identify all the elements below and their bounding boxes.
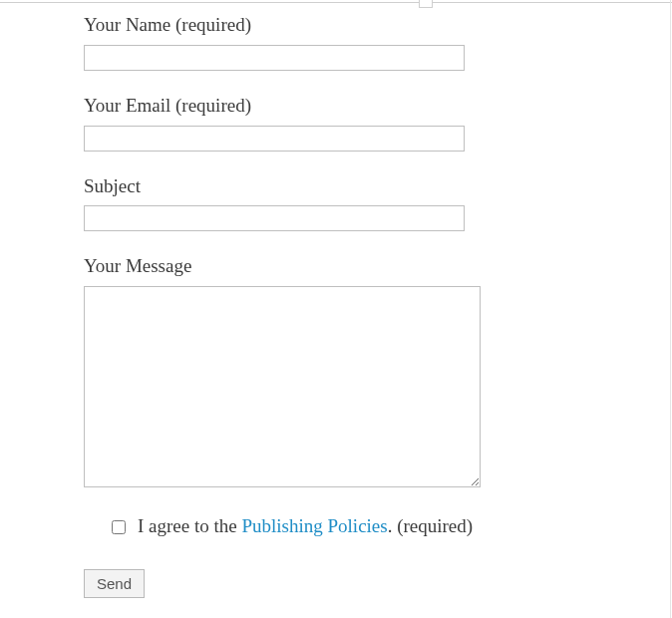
publishing-policies-link[interactable]: Publishing Policies xyxy=(241,515,387,536)
email-label: Your Email (required) xyxy=(84,95,672,118)
send-button[interactable]: Send xyxy=(84,569,145,598)
field-subject: Subject xyxy=(84,175,672,232)
message-input[interactable] xyxy=(84,286,481,487)
field-email: Your Email (required) xyxy=(84,95,672,152)
contact-form: Your Name (required) Your Email (require… xyxy=(0,0,672,598)
name-input[interactable] xyxy=(84,45,465,71)
top-notch xyxy=(419,0,433,8)
agree-text: I agree to the Publishing Policies. (req… xyxy=(138,515,473,537)
agree-suffix: . (required) xyxy=(388,515,473,536)
agree-row: I agree to the Publishing Policies. (req… xyxy=(112,515,672,537)
subject-label: Subject xyxy=(84,175,672,198)
submit-row: Send xyxy=(84,569,672,598)
field-name: Your Name (required) xyxy=(84,14,672,71)
email-input[interactable] xyxy=(84,126,465,152)
top-divider xyxy=(0,2,672,3)
agree-checkbox[interactable] xyxy=(112,520,126,534)
agree-prefix: I agree to the xyxy=(138,515,241,536)
field-message: Your Message xyxy=(84,255,672,491)
message-label: Your Message xyxy=(84,255,672,278)
right-edge xyxy=(670,0,671,618)
page: Your Name (required) Your Email (require… xyxy=(0,0,672,618)
subject-input[interactable] xyxy=(84,205,465,231)
name-label: Your Name (required) xyxy=(84,14,672,37)
